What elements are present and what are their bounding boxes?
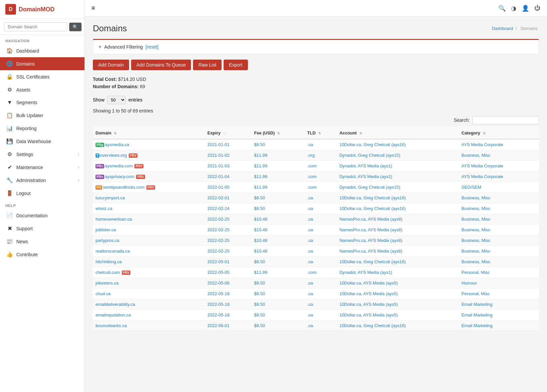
fee-link[interactable]: $11.99 [254, 174, 268, 179]
account-link[interactable]: Dynadot, Greg Chetcuti (ays15) [339, 153, 400, 158]
category-link[interactable]: Business, Misc [461, 153, 490, 158]
fee-link[interactable]: $8.50 [254, 259, 265, 264]
sidebar-item-bulk[interactable]: 📋 Bulk Updater [0, 109, 85, 122]
account-link[interactable]: 10Dollar.ca, AYS Media (ays5) [339, 291, 398, 296]
fee-link[interactable]: $8.50 [254, 281, 265, 286]
domain-search-input[interactable] [4, 22, 67, 31]
account-link[interactable]: 10Dollar.ca, AYS Media (ays5) [339, 302, 398, 307]
add-queue-button[interactable]: Add Domains To Queue [131, 60, 191, 70]
category-link[interactable]: Email Marketing [461, 323, 492, 328]
account-link[interactable]: 10Dollar.ca, Greg Chetcuti (ays16) [339, 142, 406, 147]
breadcrumb-home[interactable]: Dashboard [492, 26, 513, 31]
expiry-link[interactable]: 2021-01-03 [207, 163, 230, 168]
tld-link[interactable]: .ca [307, 281, 313, 286]
expiry-link[interactable]: 2022-01-05 [207, 185, 230, 190]
fee-link[interactable]: $11.99 [254, 270, 268, 275]
category-link[interactable]: Personal, Misc [461, 270, 490, 275]
domain-link[interactable]: semtipsandtricks.com [103, 185, 144, 190]
expiry-link[interactable]: 2022-05-18 [207, 302, 230, 307]
account-link[interactable]: 10Dollar.ca, Greg Chetcuti (ays16) [339, 206, 406, 211]
tld-link[interactable]: .ca [307, 302, 313, 307]
expiry-link[interactable]: 2021-01-01 [207, 142, 230, 147]
account-link[interactable]: 10Dollar.ca, Greg Chetcuti (ays16) [339, 195, 406, 200]
domain-link[interactable]: overviews.org [100, 153, 127, 158]
power-icon[interactable]: ⏻ [534, 5, 540, 12]
tld-link[interactable]: .ca [307, 206, 313, 211]
sidebar-item-contribute[interactable]: 👍 Contribute [0, 248, 85, 261]
account-link[interactable]: 10Dollar.ca, Greg Chetcuti (ays16) [339, 323, 406, 328]
category-link[interactable]: Business, Misc [461, 206, 490, 211]
sidebar-item-datawarehouse[interactable]: 💾 Data Warehouse [0, 135, 85, 148]
tld-link[interactable]: .com [307, 185, 316, 190]
domain-link[interactable]: aysmedia.com [105, 163, 133, 168]
table-search-input[interactable] [472, 116, 539, 124]
fee-link[interactable]: $11.99 [254, 185, 268, 190]
account-link[interactable]: NamesPro.ca, AYS Media (ays8) [339, 217, 402, 222]
category-link[interactable]: AYS Media Corporate [461, 174, 503, 179]
col-account[interactable]: Account ⇅ [337, 127, 459, 139]
col-tld[interactable]: TLD ⇅ [304, 127, 337, 139]
filter-reset-link[interactable]: [reset] [145, 44, 158, 50]
col-domain[interactable]: Domain ⇅ [93, 127, 205, 139]
expiry-link[interactable]: 2022-02-25 [207, 238, 230, 243]
expiry-link[interactable]: 2022-05-18 [207, 291, 230, 296]
account-link[interactable]: 10Dollar.ca, AYS Media (ays5) [339, 312, 398, 317]
tld-link[interactable]: .ca [307, 323, 313, 328]
domain-link[interactable]: emailreputation.ca [95, 312, 131, 317]
col-expiry[interactable]: Expiry ↑↓ [205, 127, 251, 139]
expiry-link[interactable]: 2021-01-02 [207, 153, 230, 158]
domain-link[interactable]: chetcuti.com [95, 270, 120, 275]
tld-link[interactable]: .ca [307, 312, 313, 317]
sidebar-item-maintenance[interactable]: ✔ Maintenance ‹ [0, 161, 85, 174]
account-link[interactable]: Dynadot, AYS Media (ays1) [339, 174, 392, 179]
tld-link[interactable]: .com [307, 174, 316, 179]
fee-link[interactable]: $10.48 [254, 238, 268, 243]
col-fee[interactable]: Fee (USD) ⇅ [252, 127, 305, 139]
domain-link[interactable]: aysprivacy.com [105, 174, 134, 179]
expiry-link[interactable]: 2022-05-01 [207, 259, 230, 264]
category-link[interactable]: Email Marketing [461, 312, 492, 317]
tld-link[interactable]: .com [307, 270, 316, 275]
category-link[interactable]: SEO/SEM [461, 185, 481, 190]
expiry-link[interactable]: 2022-05-06 [207, 281, 230, 286]
fee-link[interactable]: $8.50 [254, 291, 265, 296]
domain-link[interactable]: aysmedia.ca [105, 142, 129, 147]
category-link[interactable]: Business, Misc [461, 259, 490, 264]
fee-link[interactable]: $11.99 [254, 153, 268, 158]
domain-link[interactable]: homeownerloan.ca [95, 217, 132, 222]
category-link[interactable]: AYS Media Corporate [461, 142, 503, 147]
fee-link[interactable]: $8.50 [254, 195, 265, 200]
contrast-icon[interactable]: ◑ [511, 5, 516, 12]
expiry-link[interactable]: 2022-05-05 [207, 270, 230, 275]
category-link[interactable]: AYS Media Corporate [461, 163, 503, 168]
expiry-link[interactable]: 2022-05-18 [207, 312, 230, 317]
sidebar-item-assets[interactable]: ⚙ Assets [0, 83, 85, 96]
fee-link[interactable]: $8.50 [254, 323, 265, 328]
fee-link[interactable]: $10.48 [254, 249, 268, 254]
account-link[interactable]: NamesPro.ca, AYS Media (ays8) [339, 249, 402, 254]
sidebar-item-support[interactable]: ✖ Support [0, 222, 85, 235]
fee-link[interactable]: $8.50 [254, 142, 265, 147]
col-category[interactable]: Category ⇅ [459, 127, 539, 139]
account-link[interactable]: 10Dollar.ca, Greg Chetcuti (ays16) [339, 259, 406, 264]
tld-link[interactable]: .ca [307, 291, 313, 296]
raw-list-button[interactable]: Raw List [193, 60, 222, 70]
account-link[interactable]: Dynadot, AYS Media (ays1) [339, 163, 392, 168]
sidebar-item-documentation[interactable]: 📄 Documentation [0, 209, 85, 222]
expiry-link[interactable]: 2022-02-25 [207, 249, 230, 254]
account-link[interactable]: NamesPro.ca, AYS Media (ays8) [339, 227, 402, 232]
fee-link[interactable]: $8.50 [254, 206, 265, 211]
expiry-link[interactable]: 2022-06-01 [207, 323, 230, 328]
tld-link[interactable]: .ca [307, 195, 313, 200]
fee-link[interactable]: $8.50 [254, 302, 265, 307]
menu-toggle-button[interactable]: ≡ [91, 5, 95, 12]
export-button[interactable]: Export [224, 60, 248, 70]
domain-link[interactable]: jokesters.ca [95, 281, 118, 286]
category-link[interactable]: Business, Misc [461, 249, 490, 254]
fee-link[interactable]: $10.48 [254, 217, 268, 222]
tld-link[interactable]: .com [307, 163, 316, 168]
user-icon[interactable]: 👤 [522, 5, 529, 12]
sidebar-item-administration[interactable]: 🔧 Administration ‹ [0, 174, 85, 187]
sidebar-item-reporting[interactable]: 📊 Reporting [0, 122, 85, 135]
expiry-link[interactable]: 2022-02-24 [207, 206, 230, 211]
